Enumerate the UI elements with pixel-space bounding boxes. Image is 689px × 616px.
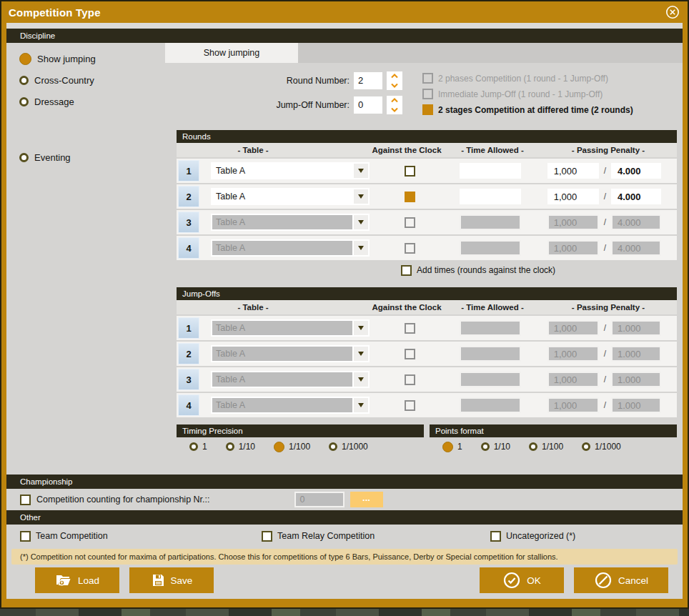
passing-penalty-max-field[interactable]: 4.000 <box>611 163 661 179</box>
checkbox-disabled <box>422 89 433 99</box>
points-1-1000[interactable]: 1/1000 <box>582 442 621 452</box>
competition-mode-list: 2 phases Competition (1 round - 1 Jump-O… <box>422 71 633 120</box>
load-button[interactable]: Load <box>35 567 119 593</box>
penalty-separator: / <box>604 192 606 202</box>
time-allowed-field-disabled <box>460 240 521 256</box>
mode-2-phases: 2 phases Competition (1 round - 1 Jump-O… <box>422 73 633 84</box>
timing-1-10[interactable]: 1/10 <box>226 442 255 452</box>
table-select[interactable]: Table A <box>211 162 370 179</box>
option-label: 1/1000 <box>595 442 621 452</box>
discipline-header: Discipline <box>6 29 683 43</box>
row-number: 4 <box>178 237 199 259</box>
spinner-down-icon[interactable] <box>387 105 402 114</box>
discipline-radio-dressage[interactable]: Dressage <box>19 94 165 109</box>
passing-penalty-field[interactable]: 1,000 <box>547 163 599 179</box>
rounds-header: Rounds <box>177 130 677 143</box>
save-label: Save <box>171 575 193 586</box>
radio-icon <box>529 442 537 451</box>
chevron-down-icon <box>354 347 368 361</box>
time-allowed-field-disabled <box>460 320 521 336</box>
ok-button[interactable]: OK <box>480 567 564 593</box>
penalty-separator: / <box>604 400 606 410</box>
passing-penalty-max-field-disabled: 1.000 <box>611 397 661 413</box>
passing-penalty-field-disabled: 1,000 <box>547 397 599 413</box>
points-1-100[interactable]: 1/100 <box>529 442 563 452</box>
championship-number-field: 0 <box>294 492 344 507</box>
table-select[interactable]: Table A <box>211 188 370 205</box>
other-header: Other <box>6 510 683 525</box>
column-passing-penalty: - Passing Penalty - <box>558 303 658 312</box>
round-number-field[interactable]: 2 <box>354 72 382 89</box>
passing-penalty-max-field-disabled: 4.000 <box>611 214 661 230</box>
radio-icon <box>19 97 29 106</box>
time-allowed-field[interactable] <box>460 163 521 179</box>
uncategorized-option[interactable]: Uncategorized (*) <box>490 531 575 542</box>
discipline-panel: Show jumping Cross-Country Dressage Even… <box>6 43 165 475</box>
jumpoff-row-2: 2 Table A 1,000 / 1.000 <box>177 342 677 366</box>
jumpoff-number-label: Jump-Off Number: <box>276 100 350 110</box>
passing-penalty-max-field-disabled: 1.000 <box>611 372 661 387</box>
round-number-label: Round Number: <box>287 76 350 86</box>
option-label: 1/1000 <box>342 442 368 452</box>
time-allowed-field-disabled <box>460 214 521 230</box>
add-times-checkbox[interactable] <box>401 265 412 276</box>
points-1[interactable]: 1 <box>442 442 462 452</box>
timing-1-1000[interactable]: 1/1000 <box>329 442 368 452</box>
other-row: Team Competition Team Relay Competition … <box>6 525 683 547</box>
table-select-disabled: Table A <box>211 319 370 337</box>
discipline-radio-show-jumping[interactable]: Show jumping <box>19 51 165 66</box>
ok-label: OK <box>527 575 541 586</box>
radio-icon <box>189 442 198 451</box>
folder-open-icon <box>55 573 72 587</box>
radio-icon <box>481 442 490 451</box>
championship-label: Competition counting for championship Nr… <box>36 495 210 505</box>
spinner-up-icon[interactable] <box>387 96 402 105</box>
team-relay-option[interactable]: Team Relay Competition <box>262 531 490 542</box>
team-competition-checkbox[interactable] <box>20 531 31 542</box>
mode-label: Immediate Jump-Off (1 round - 1 Jump-Off… <box>438 89 603 99</box>
championship-header: Championship <box>6 475 683 489</box>
table-select-value: Table A <box>212 189 352 204</box>
chevron-down-icon <box>354 398 368 412</box>
spinner-up-icon[interactable] <box>387 71 402 81</box>
championship-checkbox[interactable] <box>20 495 31 505</box>
checkbox-checked[interactable] <box>422 104 433 115</box>
radio-label: Show jumping <box>37 54 96 64</box>
timing-1[interactable]: 1 <box>189 442 207 452</box>
table-select-value: Table A <box>212 215 352 229</box>
spinner-down-icon[interactable] <box>387 81 402 90</box>
column-time-allowed: - Time Allowed - <box>457 303 528 312</box>
against-clock-checkbox-checked[interactable] <box>405 192 415 202</box>
chevron-down-icon <box>354 321 368 335</box>
discipline-radio-cross-country[interactable]: Cross-Country <box>19 73 165 87</box>
chevron-down-icon <box>354 215 368 229</box>
passing-penalty-field[interactable]: 1,000 <box>547 189 599 204</box>
buttons-row: Load Save OK Cancel <box>6 565 683 599</box>
team-competition-option[interactable]: Team Competition <box>20 531 262 542</box>
row-number: 3 <box>178 369 199 390</box>
tab-show-jumping[interactable]: Show jumping <box>165 43 298 63</box>
time-allowed-field[interactable] <box>460 189 521 204</box>
jumpoff-number-field[interactable]: 0 <box>354 96 382 114</box>
timing-1-100[interactable]: 1/100 <box>274 442 310 452</box>
against-clock-checkbox-disabled <box>405 374 415 385</box>
against-clock-checkbox[interactable] <box>405 166 415 177</box>
jumpoffs-column-headers: - Table - Against the Clock - Time Allow… <box>177 300 677 314</box>
points-1-10[interactable]: 1/10 <box>481 442 510 452</box>
against-clock-checkbox-disabled <box>405 323 415 334</box>
penalty-separator: / <box>604 166 606 176</box>
table-select-disabled: Table A <box>211 371 370 388</box>
championship-browse-button[interactable]: ... <box>350 492 383 507</box>
table-select-value: Table A <box>212 321 352 335</box>
save-button[interactable]: Save <box>129 567 214 593</box>
cancel-button[interactable]: Cancel <box>574 567 668 593</box>
discipline-radio-eventing[interactable]: Eventing <box>19 150 165 164</box>
mode-2-stages[interactable]: 2 stages Competition at differed time (2… <box>422 104 633 115</box>
close-button[interactable] <box>665 4 680 20</box>
team-relay-checkbox[interactable] <box>262 531 272 542</box>
uncategorized-checkbox[interactable] <box>490 531 501 542</box>
table-select-value: Table A <box>212 398 352 412</box>
passing-penalty-max-field[interactable]: 4.000 <box>611 189 661 204</box>
time-allowed-field-disabled <box>460 372 521 387</box>
setup-row: Round Number: 2 Jump-Off Number: 0 <box>177 71 683 120</box>
